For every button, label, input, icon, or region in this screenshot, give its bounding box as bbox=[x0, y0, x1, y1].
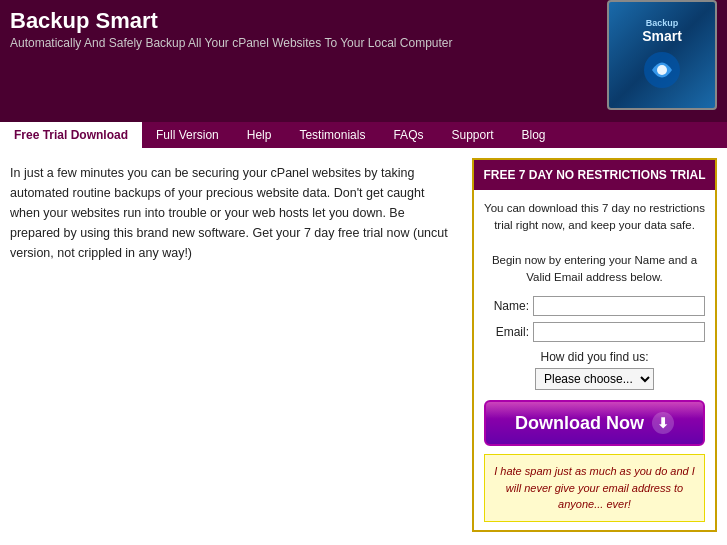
panel-header: FREE 7 DAY NO RESTRICTIONS TRIAL bbox=[474, 160, 715, 190]
spam-note: I hate spam just as much as you do and I… bbox=[484, 454, 705, 522]
nav-item-help[interactable]: Help bbox=[233, 122, 286, 148]
main-content: In just a few minutes you can be securin… bbox=[0, 148, 727, 542]
select-wrapper: Please choose... Google Friend Other bbox=[535, 368, 654, 390]
left-content: In just a few minutes you can be securin… bbox=[0, 148, 472, 542]
nav-item-testimonials[interactable]: Testimonials bbox=[285, 122, 379, 148]
spam-note-text: I hate spam just as much as you do and I… bbox=[494, 465, 695, 510]
panel-description: You can download this 7 day no restricti… bbox=[484, 200, 705, 286]
svg-point-1 bbox=[657, 65, 667, 75]
page-header: Backup Smart Automatically And Safely Ba… bbox=[0, 0, 727, 122]
site-title: Backup Smart bbox=[10, 8, 453, 34]
email-row: Email: bbox=[484, 322, 705, 342]
nav-item-full-version[interactable]: Full Version bbox=[142, 122, 233, 148]
panel-body: You can download this 7 day no restricti… bbox=[474, 190, 715, 530]
nav-item-faqs[interactable]: FAQs bbox=[379, 122, 437, 148]
email-input[interactable] bbox=[533, 322, 705, 342]
download-now-button[interactable]: Download Now ⬇ bbox=[484, 400, 705, 446]
name-row: Name: bbox=[484, 296, 705, 316]
how-label: How did you find us: bbox=[484, 350, 705, 364]
product-logo: Backup Smart bbox=[607, 0, 717, 110]
how-section: How did you find us: Please choose... Go… bbox=[484, 350, 705, 390]
download-icon: ⬇ bbox=[652, 412, 674, 434]
email-label: Email: bbox=[484, 325, 529, 339]
how-dropdown[interactable]: Please choose... Google Friend Other bbox=[535, 368, 654, 390]
site-subtitle: Automatically And Safely Backup All Your… bbox=[10, 36, 453, 50]
nav-bar: Free Trial Download Full Version Help Te… bbox=[0, 122, 727, 148]
download-now-label: Download Now bbox=[515, 413, 644, 434]
header-text: Backup Smart Automatically And Safely Ba… bbox=[10, 8, 453, 50]
name-input[interactable] bbox=[533, 296, 705, 316]
right-panel: FREE 7 DAY NO RESTRICTIONS TRIAL You can… bbox=[472, 158, 717, 532]
header-logo: Backup Smart bbox=[607, 0, 717, 110]
nav-item-support[interactable]: Support bbox=[437, 122, 507, 148]
nav-item-free-trial[interactable]: Free Trial Download bbox=[0, 122, 142, 148]
name-label: Name: bbox=[484, 299, 529, 313]
nav-item-blog[interactable]: Blog bbox=[508, 122, 560, 148]
intro-text: In just a few minutes you can be securin… bbox=[10, 163, 457, 263]
